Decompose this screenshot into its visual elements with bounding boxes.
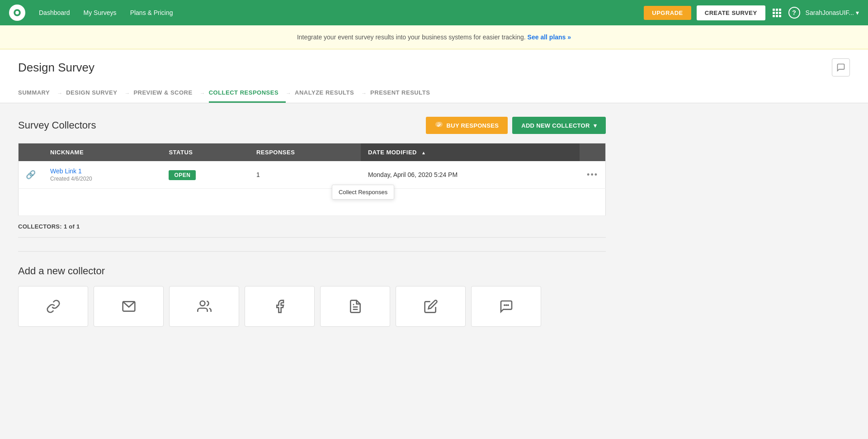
- section-divider: [18, 251, 606, 252]
- collectors-header: Survey Collectors BUY RESPONSES ADD NEW …: [18, 117, 606, 134]
- buy-responses-button[interactable]: BUY RESPONSES: [426, 117, 508, 134]
- logo[interactable]: [9, 5, 25, 21]
- table-row: 🔗 Web Link 1 Created 4/6/2020 OPEN 1 Mon…: [19, 161, 606, 189]
- buy-responses-label: BUY RESPONSES: [447, 122, 499, 129]
- status-badge: OPEN: [169, 170, 196, 180]
- collectors-count-label: COLLECTORS:: [18, 223, 62, 230]
- web-link-icon: 🔗: [26, 170, 36, 179]
- step-arrow-3: →: [200, 90, 205, 96]
- messenger-card-icon: [499, 299, 514, 314]
- step-collect[interactable]: COLLECT RESPONSES: [209, 84, 286, 103]
- collector-card-edit[interactable]: [396, 286, 466, 327]
- row-icon-cell: 🔗: [19, 161, 43, 189]
- collector-created-date: Created 4/6/2020: [50, 176, 92, 182]
- th-nickname-label: NICKNAME: [50, 149, 84, 156]
- step-summary-label: SUMMARY: [18, 89, 50, 96]
- table-header: NICKNAME STATUS RESPONSES DATE MODIFIED …: [19, 143, 606, 162]
- table-body: 🔗 Web Link 1 Created 4/6/2020 OPEN 1 Mon…: [19, 161, 606, 216]
- page-title-row: Design Survey: [18, 58, 850, 76]
- step-collect-label: COLLECT RESPONSES: [209, 89, 278, 96]
- main-content: Survey Collectors BUY RESPONSES ADD NEW …: [0, 103, 624, 340]
- step-arrow-2: →: [124, 90, 130, 96]
- collectors-table: NICKNAME STATUS RESPONSES DATE MODIFIED …: [18, 143, 606, 216]
- collectors-count: COLLECTORS: 1 of 1: [18, 216, 606, 238]
- page-header: Design Survey SUMMARY → DESIGN SURVEY → …: [0, 49, 868, 103]
- row-nickname-cell: Web Link 1 Created 4/6/2020: [43, 161, 161, 189]
- th-actions: [580, 143, 605, 162]
- date-modified-value: Monday, April 06, 2020 5:24 PM: [368, 171, 458, 178]
- step-arrow-4: →: [286, 90, 291, 96]
- step-navigation: SUMMARY → DESIGN SURVEY → PREVIEW & SCOR…: [18, 84, 850, 103]
- add-collector-button[interactable]: ADD NEW COLLECTOR ▾: [512, 117, 606, 134]
- step-analyze-label: ANALYZE RESULTS: [295, 89, 354, 96]
- row-date-cell: Monday, April 06, 2020 5:24 PM Collect R…: [361, 161, 580, 189]
- collector-name-link[interactable]: Web Link 1: [50, 167, 154, 175]
- empty-cell: [19, 189, 606, 216]
- svg-point-2: [15, 11, 19, 14]
- facebook-card-icon: [273, 299, 287, 314]
- th-responses[interactable]: RESPONSES: [249, 143, 361, 162]
- add-collector-dropdown-icon: ▾: [594, 122, 597, 129]
- collector-card-group[interactable]: [169, 286, 239, 327]
- grid-icon[interactable]: [771, 7, 783, 19]
- date-tooltip-container: Monday, April 06, 2020 5:24 PM Collect R…: [368, 171, 458, 178]
- topnav-right: UPGRADE CREATE SURVEY ? SarahJonasUIF...…: [644, 5, 859, 20]
- th-responses-label: RESPONSES: [256, 149, 295, 156]
- svg-point-6: [200, 301, 205, 306]
- chat-icon-button[interactable]: [832, 58, 850, 76]
- th-status-label: STATUS: [169, 149, 193, 156]
- step-present-label: PRESENT RESULTS: [370, 89, 430, 96]
- th-date-modified[interactable]: DATE MODIFIED ▲: [361, 143, 580, 162]
- step-design-label: DESIGN SURVEY: [66, 89, 117, 96]
- upgrade-button[interactable]: UPGRADE: [644, 6, 691, 20]
- top-navigation: Dashboard My Surveys Plans & Pricing UPG…: [0, 0, 868, 25]
- collector-card-messenger[interactable]: [471, 286, 541, 327]
- user-name-label: SarahJonasUIF...: [806, 9, 854, 16]
- group-card-icon: [197, 299, 212, 314]
- help-icon[interactable]: ?: [788, 7, 800, 19]
- responses-count: 1: [256, 171, 260, 178]
- empty-row: [19, 189, 606, 216]
- th-nickname[interactable]: NICKNAME: [43, 143, 161, 162]
- email-card-icon: [122, 299, 136, 314]
- collectors-actions: BUY RESPONSES ADD NEW COLLECTOR ▾: [426, 117, 606, 134]
- collectors-section-title: Survey Collectors: [18, 119, 96, 131]
- collect-responses-tooltip: Collect Responses: [332, 185, 394, 200]
- step-preview-label: PREVIEW & SCORE: [133, 89, 192, 96]
- collector-card-document[interactable]: [320, 286, 390, 327]
- create-survey-button[interactable]: CREATE SURVEY: [697, 5, 765, 20]
- row-actions-cell[interactable]: •••: [580, 161, 605, 189]
- banner-text: Integrate your event survey results into…: [297, 33, 526, 41]
- step-design[interactable]: DESIGN SURVEY: [66, 84, 124, 103]
- step-analyze[interactable]: ANALYZE RESULTS: [295, 84, 361, 103]
- user-dropdown-icon: ▾: [856, 9, 859, 16]
- document-card-icon: [348, 299, 363, 314]
- collector-card-web-link[interactable]: [18, 286, 88, 327]
- th-icon: [19, 143, 43, 162]
- collector-cards: [18, 286, 606, 327]
- buy-responses-icon: [435, 121, 443, 129]
- see-all-plans-link[interactable]: See all plans »: [528, 33, 571, 41]
- step-preview[interactable]: PREVIEW & SCORE: [133, 84, 199, 103]
- more-actions-icon[interactable]: •••: [587, 170, 598, 179]
- step-arrow-1: →: [57, 90, 62, 96]
- collectors-count-value: 1 of 1: [64, 223, 80, 230]
- add-collector-label: ADD NEW COLLECTOR: [521, 122, 590, 129]
- add-collector-section: Add a new collector: [18, 265, 606, 327]
- user-menu[interactable]: SarahJonasUIF... ▾: [806, 9, 859, 16]
- promo-banner: Integrate your event survey results into…: [0, 25, 868, 49]
- step-present[interactable]: PRESENT RESULTS: [370, 84, 437, 103]
- sort-asc-icon: ▲: [421, 150, 426, 155]
- step-summary[interactable]: SUMMARY: [18, 84, 57, 103]
- add-collector-title: Add a new collector: [18, 265, 606, 277]
- step-arrow-5: →: [361, 90, 367, 96]
- nav-my-surveys[interactable]: My Surveys: [84, 9, 117, 16]
- edit-card-icon: [424, 299, 438, 314]
- th-status[interactable]: STATUS: [161, 143, 249, 162]
- row-status-cell: OPEN: [161, 161, 249, 189]
- page-title: Design Survey: [18, 61, 94, 75]
- nav-dashboard[interactable]: Dashboard: [39, 9, 70, 16]
- collector-card-facebook[interactable]: [245, 286, 315, 327]
- collector-card-email[interactable]: [94, 286, 164, 327]
- nav-plans-pricing[interactable]: Plans & Pricing: [130, 9, 173, 16]
